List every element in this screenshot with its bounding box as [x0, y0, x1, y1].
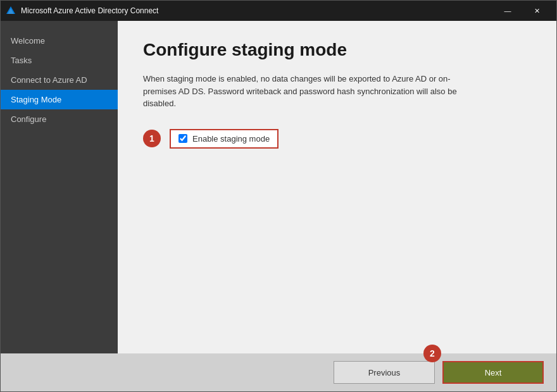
titlebar: Microsoft Azure Active Directory Connect… [1, 1, 556, 21]
content-area: Welcome Tasks Connect to Azure AD Stagin… [1, 21, 556, 353]
content-spacer [143, 159, 531, 341]
staging-mode-checkbox-container: Enable staging mode [170, 129, 278, 149]
window-controls: — ✕ [493, 1, 551, 21]
step2-badge: 2 [423, 345, 441, 362]
main-content: Configure staging mode When staging mode… [118, 21, 556, 353]
step1-row: 1 Enable staging mode [143, 129, 531, 149]
sidebar-item-tasks[interactable]: Tasks [1, 51, 118, 70]
app-window: Microsoft Azure Active Directory Connect… [0, 0, 557, 392]
minimize-button[interactable]: — [493, 1, 522, 21]
sidebar-item-welcome[interactable]: Welcome [1, 31, 118, 51]
sidebar-item-staging-mode[interactable]: Staging Mode [1, 90, 118, 109]
enable-staging-checkbox[interactable] [178, 134, 187, 143]
page-title: Configure staging mode [143, 40, 531, 60]
footer: 2 Previous Next [1, 353, 556, 391]
app-icon [6, 6, 16, 16]
enable-staging-label: Enable staging mode [192, 134, 270, 144]
step1-badge: 1 [143, 130, 161, 147]
window-title: Microsoft Azure Active Directory Connect [21, 6, 488, 15]
sidebar-item-configure[interactable]: Configure [1, 109, 118, 129]
sidebar-item-connect-azure[interactable]: Connect to Azure AD [1, 70, 118, 90]
previous-button[interactable]: Previous [334, 361, 435, 384]
next-button[interactable]: Next [442, 361, 544, 384]
sidebar: Welcome Tasks Connect to Azure AD Stagin… [1, 21, 118, 353]
description-text: When staging mode is enabled, no data ch… [143, 73, 472, 110]
close-button[interactable]: ✕ [522, 1, 551, 21]
